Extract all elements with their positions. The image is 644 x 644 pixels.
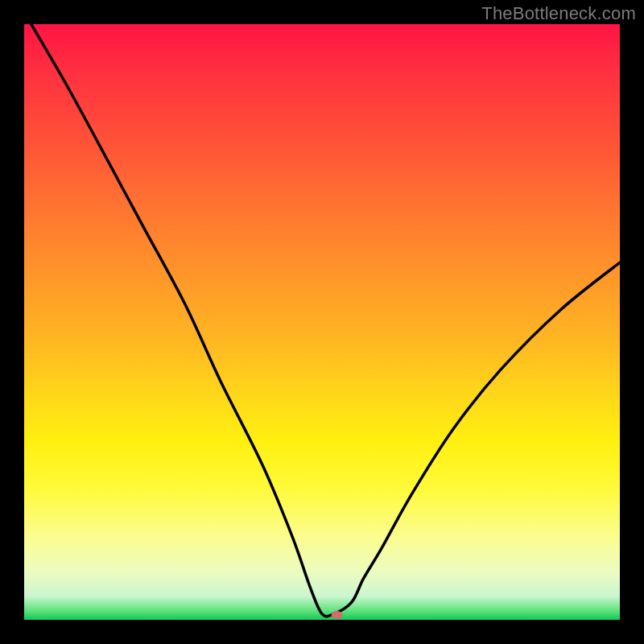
bottleneck-curve	[24, 24, 620, 617]
plot-area	[24, 24, 620, 620]
optimal-point-marker	[332, 611, 343, 619]
chart-frame: TheBottleneck.com	[0, 0, 644, 644]
watermark-text: TheBottleneck.com	[481, 3, 636, 24]
plot-svg	[24, 24, 620, 620]
